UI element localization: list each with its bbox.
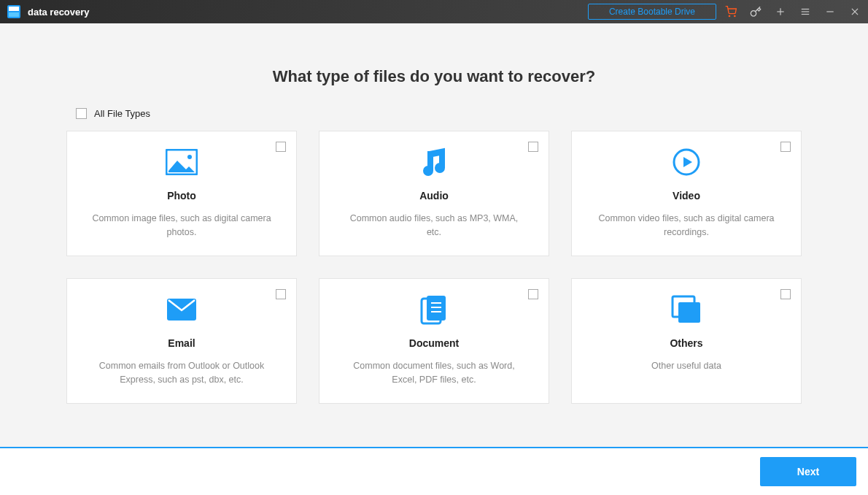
app-title: data recovery xyxy=(28,7,90,18)
all-file-types-checkbox[interactable] xyxy=(76,108,87,119)
card-audio-title: Audio xyxy=(338,190,530,202)
audio-icon xyxy=(338,147,530,177)
card-photo[interactable]: Photo Common image files, such as digita… xyxy=(66,131,297,256)
card-others-title: Others xyxy=(591,337,782,349)
card-others-desc: Other useful data xyxy=(591,359,782,373)
card-video-checkbox[interactable] xyxy=(780,142,791,152)
cart-icon[interactable] xyxy=(725,6,737,18)
footer-bar: Next xyxy=(0,447,868,495)
page-heading: What type of files do you want to recove… xyxy=(0,67,868,86)
card-others-checkbox[interactable] xyxy=(780,289,791,299)
plus-icon[interactable] xyxy=(775,6,786,18)
key-icon[interactable] xyxy=(750,6,762,18)
card-video-desc: Common video files, such as digital came… xyxy=(591,212,782,239)
app-logo-icon xyxy=(7,5,20,18)
card-photo-checkbox[interactable] xyxy=(276,142,286,152)
card-video-title: Video xyxy=(591,190,782,202)
card-document-checkbox[interactable] xyxy=(528,289,538,299)
card-video[interactable]: Video Common video files, such as digita… xyxy=(571,131,802,256)
card-photo-desc: Common image files, such as digital came… xyxy=(86,212,277,239)
card-audio[interactable]: Audio Common audio files, such as MP3, W… xyxy=(319,131,549,256)
all-file-types-row: All File Types xyxy=(76,108,868,119)
card-document[interactable]: Document Common document files, such as … xyxy=(319,278,549,404)
svg-point-0 xyxy=(729,15,729,16)
card-photo-title: Photo xyxy=(86,190,277,202)
svg-point-1 xyxy=(735,15,735,16)
svg-rect-22 xyxy=(678,302,700,323)
svg-point-11 xyxy=(187,155,192,159)
menu-icon[interactable] xyxy=(799,6,811,18)
card-email[interactable]: Email Common emails from Outlook or Outl… xyxy=(66,278,297,404)
card-email-title: Email xyxy=(86,337,277,349)
video-icon xyxy=(591,147,782,177)
card-email-checkbox[interactable] xyxy=(276,289,286,299)
card-others[interactable]: Others Other useful data xyxy=(571,278,802,404)
card-document-title: Document xyxy=(338,337,530,349)
create-bootable-drive-button[interactable]: Create Bootable Drive xyxy=(588,4,716,20)
card-audio-checkbox[interactable] xyxy=(528,142,538,152)
svg-point-12 xyxy=(424,166,433,175)
email-icon xyxy=(86,295,277,324)
card-document-desc: Common document files, such as Word, Exc… xyxy=(338,359,530,387)
main-content: What type of files do you want to recove… xyxy=(0,23,868,404)
close-icon[interactable] xyxy=(849,6,861,18)
card-audio-desc: Common audio files, such as MP3, WMA, et… xyxy=(338,212,530,239)
document-icon xyxy=(338,295,530,324)
others-icon xyxy=(591,295,782,324)
file-type-grid: Photo Common image files, such as digita… xyxy=(0,131,868,404)
svg-point-13 xyxy=(435,164,444,172)
titlebar-icon-group xyxy=(725,6,861,18)
next-button[interactable]: Next xyxy=(760,457,856,486)
card-email-desc: Common emails from Outlook or Outlook Ex… xyxy=(86,359,277,387)
all-file-types-label: All File Types xyxy=(94,108,150,119)
photo-icon xyxy=(86,147,277,177)
titlebar: data recovery Create Bootable Drive xyxy=(0,0,868,23)
minimize-icon[interactable] xyxy=(824,6,836,18)
